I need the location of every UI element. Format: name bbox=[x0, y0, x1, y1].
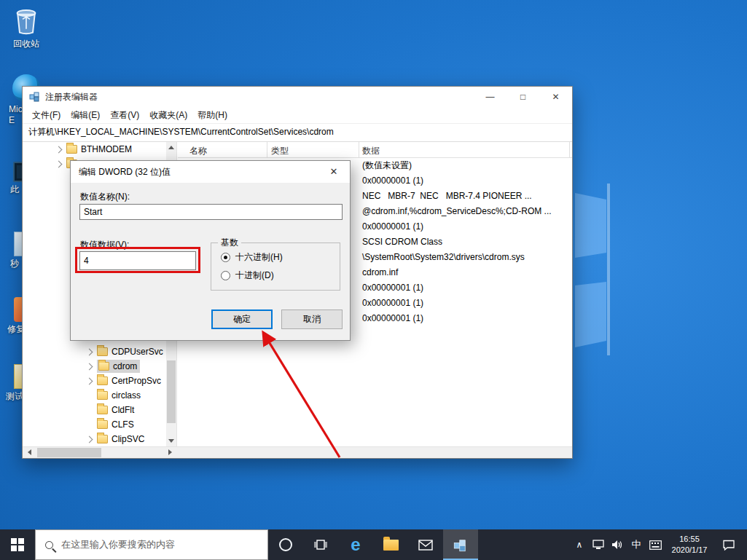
taskbar-search-box[interactable]: 在这里输入你要搜索的内容 bbox=[35, 529, 268, 560]
chevron-right-icon[interactable] bbox=[86, 363, 93, 370]
value-data-input[interactable] bbox=[79, 251, 196, 270]
taskbar: 在这里输入你要搜索的内容 e ∧ bbox=[0, 529, 747, 560]
tray-expand-button[interactable]: ∧ bbox=[570, 529, 589, 560]
touch-keyboard-button[interactable] bbox=[646, 529, 665, 560]
task-view-button[interactable] bbox=[303, 529, 338, 560]
taskbar-clock[interactable]: 16:55 2020/1/17 bbox=[665, 534, 714, 556]
action-center-button[interactable] bbox=[714, 529, 743, 560]
minimize-button[interactable]: — bbox=[474, 87, 507, 107]
chevron-right-icon[interactable] bbox=[86, 348, 93, 355]
horizontal-scrollbar[interactable] bbox=[23, 446, 572, 458]
chevron-right-icon[interactable] bbox=[55, 160, 63, 167]
menu-file[interactable]: 文件(F) bbox=[27, 108, 66, 123]
folder-icon bbox=[97, 406, 108, 414]
tree-item-bthmodem[interactable]: BTHMODEM bbox=[23, 142, 166, 157]
ime-indicator[interactable]: 中 bbox=[627, 529, 646, 560]
edge-taskbar-button[interactable]: e bbox=[338, 529, 373, 560]
file-explorer-icon bbox=[383, 540, 399, 551]
task-view-icon bbox=[313, 539, 328, 551]
chevron-right-icon[interactable] bbox=[55, 146, 63, 153]
desktop-icon-recycle-bin[interactable]: 回收站 bbox=[3, 4, 50, 50]
address-bar: 计算机\HKEY_LOCAL_MACHINE\SYSTEM\CurrentCon… bbox=[23, 123, 572, 142]
volume-button[interactable] bbox=[608, 529, 627, 560]
tree-item-cdrom-selected[interactable]: cdrom bbox=[23, 359, 166, 374]
radio-button-checked-icon[interactable] bbox=[221, 253, 230, 262]
desktop-icon-label: 回收站 bbox=[3, 39, 50, 50]
dialog-title: 编辑 DWORD (32 位)值 bbox=[79, 166, 318, 178]
address-input[interactable]: 计算机\HKEY_LOCAL_MACHINE\SYSTEM\CurrentCon… bbox=[23, 124, 571, 141]
tree-item-label: CertPropSvc bbox=[112, 376, 161, 386]
scroll-down-arrow[interactable] bbox=[166, 435, 176, 446]
system-tray: ∧ 中 16:55 2020/1/17 bbox=[570, 529, 747, 560]
radio-hexadecimal[interactable]: 十六进制(H) bbox=[221, 251, 283, 264]
base-groupbox: 基数 十六进制(H) 十进制(D) bbox=[211, 242, 340, 291]
menubar: 文件(F) 编辑(E) 查看(V) 收藏夹(A) 帮助(H) bbox=[23, 107, 572, 123]
menu-help[interactable]: 帮助(H) bbox=[192, 108, 232, 123]
tree-item-cdpusersvc[interactable]: CDPUserSvc bbox=[23, 344, 166, 359]
edit-dword-dialog: 编辑 DWORD (32 位)值 ✕ 数值名称(N): 数值数据(V): 基数 … bbox=[70, 160, 351, 341]
tree-item-certpropsvc[interactable]: CertPropSvc bbox=[23, 374, 166, 388]
scroll-right-arrow[interactable] bbox=[164, 447, 176, 458]
tree-item-label: CldFlt bbox=[112, 405, 134, 415]
tree-item-label: circlass bbox=[112, 390, 141, 401]
cortana-button[interactable] bbox=[268, 529, 303, 560]
menu-view[interactable]: 查看(V) bbox=[105, 108, 144, 123]
dialog-close-button[interactable]: ✕ bbox=[318, 161, 350, 183]
base-groupbox-label: 基数 bbox=[218, 237, 241, 249]
folder-icon bbox=[97, 420, 108, 429]
radio-decimal[interactable]: 十进制(D) bbox=[221, 269, 274, 282]
menu-favorites[interactable]: 收藏夹(A) bbox=[144, 108, 192, 123]
tree-item-cldflt[interactable]: CldFlt bbox=[23, 403, 166, 417]
chevron-right-icon[interactable] bbox=[86, 435, 93, 443]
file-explorer-button[interactable] bbox=[373, 529, 408, 560]
menu-edit[interactable]: 编辑(E) bbox=[66, 108, 105, 123]
ok-button[interactable]: 确定 bbox=[211, 309, 273, 329]
regedit-icon bbox=[453, 537, 468, 552]
folder-icon bbox=[97, 391, 108, 400]
column-header-name[interactable]: 名称 bbox=[189, 145, 207, 157]
tree-item-clipsvc[interactable]: ClipSVC bbox=[23, 432, 166, 446]
edge-icon: e bbox=[351, 536, 360, 553]
scroll-up-arrow[interactable] bbox=[166, 142, 176, 154]
close-button[interactable]: ✕ bbox=[539, 87, 572, 107]
chevron-right-icon[interactable] bbox=[86, 377, 93, 384]
folder-icon bbox=[97, 435, 108, 443]
regedit-taskbar-button[interactable] bbox=[443, 529, 478, 560]
values-header: 名称 类型 数据 bbox=[178, 142, 572, 158]
maximize-button[interactable]: □ bbox=[507, 87, 539, 107]
tree-selection-highlight: cdrom bbox=[97, 360, 140, 373]
radio-button-icon[interactable] bbox=[221, 271, 230, 280]
cancel-button[interactable]: 取消 bbox=[281, 309, 343, 329]
dialog-titlebar[interactable]: 编辑 DWORD (32 位)值 ✕ bbox=[71, 161, 350, 183]
tree-item-clfs[interactable]: CLFS bbox=[23, 417, 166, 432]
scrollbar-thumb[interactable] bbox=[37, 448, 101, 457]
column-header-data[interactable]: 数据 bbox=[362, 145, 380, 157]
scroll-left-arrow[interactable] bbox=[24, 447, 36, 458]
start-button[interactable] bbox=[0, 529, 35, 560]
network-button[interactable] bbox=[589, 529, 608, 560]
folder-icon bbox=[97, 347, 108, 356]
radio-dec-label: 十进制(D) bbox=[235, 269, 274, 282]
tree-item-label: cdrom bbox=[113, 361, 137, 371]
tree-item-label: BTHMODEM bbox=[81, 144, 132, 154]
search-placeholder: 在这里输入你要搜索的内容 bbox=[61, 538, 175, 551]
cortana-icon bbox=[279, 538, 292, 551]
regedit-titlebar[interactable]: 注册表编辑器 — □ ✕ bbox=[23, 87, 572, 107]
folder-icon bbox=[98, 362, 109, 371]
mail-icon bbox=[418, 540, 433, 551]
regedit-app-icon bbox=[29, 91, 41, 103]
tree-item-circlass[interactable]: circlass bbox=[23, 388, 166, 403]
tree-item-label: CDPUserSvc bbox=[112, 347, 163, 357]
scrollbar-thumb[interactable] bbox=[167, 360, 176, 423]
value-data-label: 数值数据(V): bbox=[80, 239, 129, 251]
tree-item-label: CLFS bbox=[112, 419, 134, 430]
mail-button[interactable] bbox=[408, 529, 443, 560]
clock-date: 2020/1/17 bbox=[665, 545, 714, 556]
windows-logo-icon bbox=[11, 538, 24, 551]
search-icon bbox=[45, 541, 53, 549]
value-name-label: 数值名称(N): bbox=[80, 191, 130, 203]
keyboard-icon bbox=[649, 540, 662, 550]
column-header-type[interactable]: 类型 bbox=[271, 145, 289, 157]
network-icon bbox=[592, 540, 604, 550]
value-name-input[interactable] bbox=[79, 204, 343, 220]
